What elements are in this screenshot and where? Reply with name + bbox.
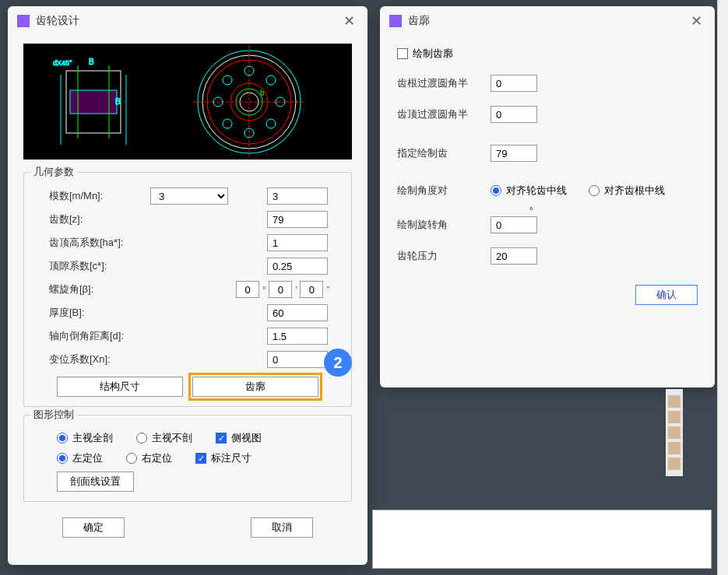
align-tooth-center-radio[interactable]: 对齐轮齿中线 (491, 184, 567, 198)
geometry-group: 几何参数 模数[m/Mn]: 3 齿数[z]: 齿顶高系数[ha*]: 顶隙系数… (23, 172, 352, 407)
command-area[interactable] (372, 510, 712, 569)
svg-text:dX45°: dX45° (53, 59, 72, 67)
dialog-body: dX45° B B (8, 36, 368, 550)
ok-button[interactable]: 确定 (62, 517, 125, 538)
root-fillet-input[interactable] (491, 75, 537, 92)
dialog-footer: 确认 (397, 279, 698, 305)
main-full-section-radio[interactable]: 主视全剖 (57, 431, 113, 445)
dialog-title: 齿轮设计 (36, 14, 340, 28)
left-align-radio[interactable]: 左定位 (57, 451, 103, 465)
pressure-input[interactable] (491, 247, 537, 265)
cancel-button[interactable]: 取消 (251, 517, 313, 538)
folder-icon[interactable] (668, 395, 681, 408)
svg-point-24 (266, 119, 276, 128)
dialog-body: 绘制齿廓 齿根过渡圆角半 齿顶过渡圆角半 指定绘制齿 绘制角度对 对齐轮齿中线 … (380, 36, 715, 316)
spec-teeth-input[interactable] (491, 145, 537, 162)
root-fillet-label: 齿根过渡圆角半 (397, 76, 491, 90)
modulus-value-input[interactable] (267, 188, 328, 205)
helix-label: 螺旋角[β]: (33, 282, 150, 296)
second-mark: ″ (326, 285, 329, 294)
svg-text:B: B (89, 58, 94, 66)
folder-icon[interactable] (668, 442, 681, 454)
hatch-settings-button[interactable]: 剖面线设置 (57, 472, 134, 492)
degree-mark: ° (262, 285, 266, 294)
addendum-input[interactable] (267, 234, 328, 251)
radio-icon (57, 433, 68, 444)
pressure-label: 齿轮压力 (397, 249, 491, 263)
folder-icon[interactable] (668, 411, 681, 423)
gear-design-dialog: 齿轮设计 ✕ dX45° B B (8, 6, 368, 565)
close-icon[interactable]: ✕ (340, 12, 358, 30)
align-root-center-radio[interactable]: 对齐齿根中线 (589, 184, 665, 198)
radio-icon (126, 453, 137, 464)
shift-label: 变位系数[Xn]: (33, 352, 150, 366)
checkbox-icon (195, 453, 206, 464)
svg-point-21 (223, 75, 232, 85)
degree-mark: ° (529, 205, 533, 215)
svg-text:b: b (260, 89, 265, 97)
modulus-label: 模数[m/Mn]: (33, 189, 150, 203)
step-badge: 2 (324, 349, 352, 377)
tooth-profile-dialog: 齿廓 ✕ 绘制齿廓 齿根过渡圆角半 齿顶过渡圆角半 指定绘制齿 绘制角度对 对齐… (380, 6, 715, 387)
draw-profile-checkbox[interactable]: 绘制齿廓 (397, 47, 698, 61)
svg-rect-1 (70, 90, 117, 114)
addendum-label: 齿顶高系数[ha*]: (33, 236, 150, 250)
dialog-title: 齿廓 (408, 14, 688, 28)
dialog-titlebar: 齿廓 ✕ (380, 6, 715, 36)
checkbox-icon (216, 433, 227, 444)
svg-point-22 (266, 75, 276, 85)
close-icon[interactable]: ✕ (688, 12, 705, 30)
app-icon (389, 15, 402, 27)
side-toolbar (666, 389, 683, 476)
thickness-label: 厚度[B]: (33, 306, 150, 320)
helix-sec-input[interactable] (300, 281, 323, 298)
radio-icon (491, 185, 501, 196)
checkbox-icon (397, 48, 408, 59)
svg-point-23 (223, 119, 232, 128)
spec-teeth-label: 指定绘制齿 (397, 146, 491, 160)
teeth-input[interactable] (267, 211, 328, 228)
right-panel-strip (717, 0, 728, 575)
minute-mark: ′ (295, 285, 297, 294)
radio-icon (136, 433, 147, 444)
svg-text:B: B (115, 97, 121, 106)
app-icon (17, 15, 30, 27)
helix-deg-input[interactable] (236, 281, 259, 298)
teeth-label: 齿数[z]: (33, 212, 150, 226)
geometry-legend: 几何参数 (30, 165, 77, 179)
gear-diagram: dX45° B B (23, 44, 352, 160)
chamfer-label: 轴向倒角距离[d]: (33, 329, 150, 343)
tip-fillet-label: 齿顶过渡圆角半 (397, 107, 491, 121)
folder-icon[interactable] (668, 426, 681, 439)
graphics-legend: 图形控制 (30, 408, 77, 422)
main-no-section-radio[interactable]: 主视不剖 (136, 431, 192, 445)
rotation-input[interactable] (491, 216, 537, 233)
folder-icon[interactable] (668, 458, 681, 470)
structure-size-button[interactable]: 结构尺寸 (57, 377, 183, 397)
tip-fillet-input[interactable] (491, 106, 537, 123)
helix-min-input[interactable] (269, 281, 292, 298)
radio-icon (589, 185, 600, 196)
shift-input[interactable] (267, 351, 328, 368)
side-view-checkbox[interactable]: 侧视图 (216, 431, 262, 445)
dim-label-checkbox[interactable]: 标注尺寸 (195, 451, 251, 465)
right-align-radio[interactable]: 右定位 (126, 451, 172, 465)
thickness-input[interactable] (267, 304, 328, 321)
chamfer-input[interactable] (267, 328, 328, 345)
graphics-group: 图形控制 主视全剖 主视不剖 侧视图 左定位 右定位 标注尺寸 剖面线设置 (23, 415, 352, 502)
tooth-profile-button[interactable]: 齿廓 (192, 377, 318, 397)
dialog-titlebar: 齿轮设计 ✕ (8, 6, 368, 36)
rotation-label: 绘制旋转角 (397, 218, 491, 232)
radio-icon (57, 453, 68, 464)
confirm-button[interactable]: 确认 (635, 285, 698, 305)
clearance-input[interactable] (267, 258, 328, 275)
modulus-select[interactable]: 3 (150, 188, 228, 205)
clearance-label: 顶隙系数[c*]: (33, 259, 150, 273)
angle-align-label: 绘制角度对 (397, 184, 491, 198)
dialog-footer: 确定 取消 (23, 510, 352, 538)
